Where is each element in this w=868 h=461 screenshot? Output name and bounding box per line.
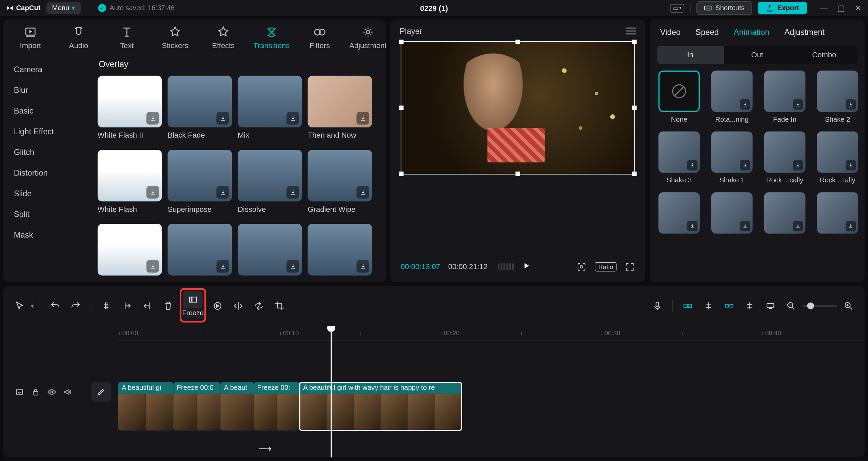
export-button[interactable]: Export: [758, 2, 807, 14]
player-steps-icon[interactable]: [498, 263, 514, 270]
download-icon[interactable]: [740, 99, 750, 109]
lock-icon[interactable]: [31, 387, 40, 396]
download-icon[interactable]: [793, 99, 803, 109]
category-split[interactable]: Split: [3, 204, 90, 225]
animation-item[interactable]: None: [657, 71, 702, 124]
player-menu-icon[interactable]: [626, 28, 636, 35]
trim-left-tool[interactable]: [118, 297, 136, 315]
animation-item[interactable]: Shake 3: [657, 132, 702, 184]
download-icon[interactable]: [846, 221, 856, 231]
inspector-tab-video[interactable]: Video: [660, 28, 680, 37]
top-tab-transitions[interactable]: Transitions: [248, 24, 295, 50]
player-viewport[interactable]: [401, 41, 635, 175]
transition-item[interactable]: [167, 224, 232, 279]
top-tab-adjustment[interactable]: Adjustment: [344, 24, 386, 50]
download-icon[interactable]: [687, 221, 697, 231]
mic-icon[interactable]: [648, 297, 667, 315]
snap-icon[interactable]: [699, 297, 717, 315]
ratio-button[interactable]: Ratio: [595, 262, 617, 271]
animation-item[interactable]: Rock ...tally: [815, 132, 860, 184]
download-icon[interactable]: [356, 112, 369, 125]
transition-item[interactable]: Mix: [238, 76, 302, 140]
delete-tool[interactable]: [159, 297, 177, 315]
top-tab-audio[interactable]: Audio: [55, 24, 102, 50]
download-icon[interactable]: [740, 221, 750, 231]
animation-item[interactable]: Fade In: [762, 71, 807, 124]
window-minimize[interactable]: ―: [820, 3, 828, 13]
animation-item[interactable]: [657, 193, 702, 237]
transition-item[interactable]: [308, 224, 372, 279]
animation-subtab-in[interactable]: In: [657, 46, 724, 64]
top-tab-filters[interactable]: Filters: [296, 24, 343, 50]
download-icon[interactable]: [740, 160, 750, 171]
top-tab-import[interactable]: Import: [7, 24, 54, 50]
mute-icon[interactable]: [63, 387, 72, 396]
animation-item[interactable]: [762, 193, 807, 237]
zoom-out-icon[interactable]: [782, 297, 800, 315]
timeline-tracks[interactable]: 00:0000:1000:2000:3000:40 A beautiful gi…: [114, 326, 865, 457]
rotate-tool[interactable]: [250, 297, 268, 315]
cursor-tool[interactable]: [10, 297, 28, 315]
menu-button[interactable]: Menu ▾: [46, 2, 81, 14]
animation-subtab-out[interactable]: Out: [724, 46, 791, 64]
timeline-clip[interactable]: A beaut: [220, 382, 254, 430]
transition-item[interactable]: Dissolve: [238, 150, 302, 214]
playhead[interactable]: [331, 326, 332, 457]
inspector-tab-speed[interactable]: Speed: [695, 28, 719, 37]
window-maximize[interactable]: ▢: [837, 3, 845, 13]
animation-item[interactable]: [815, 193, 860, 237]
download-icon[interactable]: [846, 160, 856, 171]
category-glitch[interactable]: Glitch: [3, 142, 90, 163]
shortcuts-button[interactable]: Shortcuts: [696, 1, 752, 15]
download-icon[interactable]: [356, 260, 369, 273]
track-edit-button[interactable]: [91, 382, 111, 402]
inspector-tab-adjustment[interactable]: Adjustment: [784, 28, 825, 37]
download-icon[interactable]: [356, 186, 369, 199]
transition-item[interactable]: White Flash II: [98, 76, 162, 140]
download-icon[interactable]: [146, 112, 159, 125]
align-icon[interactable]: [741, 297, 759, 315]
download-icon[interactable]: [793, 221, 803, 231]
crop-tool[interactable]: [270, 297, 289, 315]
timeline-clip[interactable]: Freeze 00:: [254, 382, 299, 430]
animation-subtab-combo[interactable]: Combo: [791, 46, 858, 64]
category-basic[interactable]: Basic: [3, 101, 90, 121]
transition-item[interactable]: [98, 224, 162, 279]
download-icon[interactable]: [146, 260, 159, 273]
top-tab-stickers[interactable]: Stickers: [152, 24, 199, 50]
download-icon[interactable]: [687, 160, 697, 171]
top-tab-text[interactable]: Text: [103, 24, 151, 50]
animation-item[interactable]: Rock ...cally: [762, 132, 807, 184]
eye-icon[interactable]: [47, 387, 56, 396]
category-slide[interactable]: Slide: [3, 183, 90, 204]
transition-item[interactable]: [238, 224, 302, 279]
download-icon[interactable]: [287, 260, 299, 273]
preview-icon[interactable]: [761, 297, 780, 315]
download-icon[interactable]: [846, 99, 856, 109]
track-collapse-icon[interactable]: [15, 387, 24, 396]
download-icon[interactable]: [146, 186, 159, 199]
download-icon[interactable]: [216, 260, 229, 273]
animation-item[interactable]: Shake 1: [710, 132, 754, 184]
trim-right-tool[interactable]: [138, 297, 157, 315]
download-icon[interactable]: [287, 186, 299, 199]
category-mask[interactable]: Mask: [3, 224, 90, 245]
window-close[interactable]: ✕: [854, 3, 862, 13]
top-tab-effects[interactable]: Effects: [200, 24, 247, 50]
transition-item[interactable]: Then and Now: [308, 76, 372, 140]
category-light-effect[interactable]: Light Effect: [3, 121, 90, 142]
download-icon[interactable]: [793, 160, 803, 171]
fullscreen-icon[interactable]: [625, 262, 635, 272]
link-icon[interactable]: [720, 297, 738, 315]
transition-item[interactable]: Superimpose: [167, 150, 232, 214]
animation-item[interactable]: [710, 193, 754, 237]
animation-item[interactable]: Rota...ning: [710, 71, 754, 124]
reverse-tool[interactable]: [209, 297, 227, 315]
mirror-tool[interactable]: [229, 297, 248, 315]
undo-button[interactable]: [46, 297, 64, 315]
transition-item[interactable]: Gradient Wipe: [308, 150, 372, 214]
zoom-slider[interactable]: [803, 305, 837, 307]
category-camera[interactable]: Camera: [3, 59, 90, 80]
zoom-in-icon[interactable]: [839, 297, 857, 315]
category-blur[interactable]: Blur: [3, 80, 90, 101]
